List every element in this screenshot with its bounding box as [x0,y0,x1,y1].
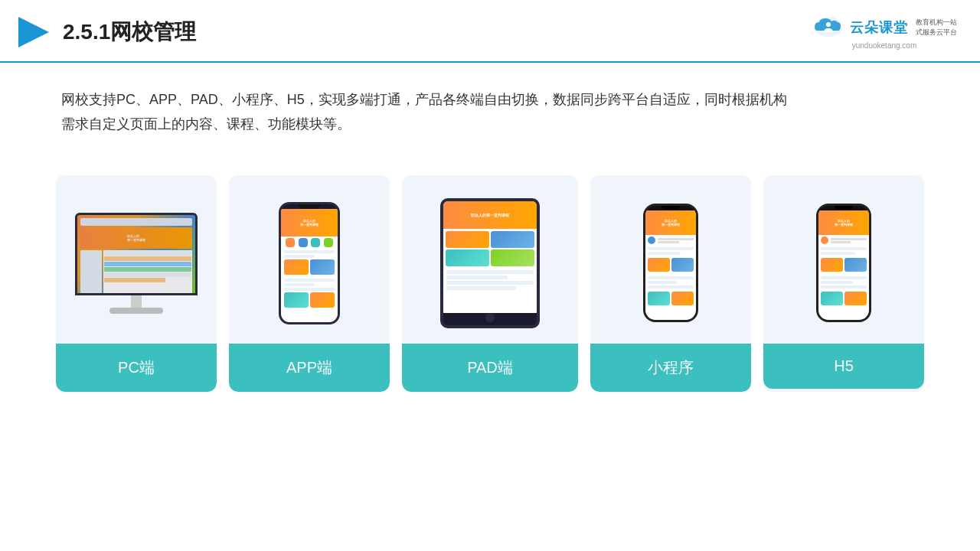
card-image-pad: 职达人的第一堂判课程 [402,175,578,344]
card-app: 职达人的第一堂判课程 [229,175,390,392]
card-miniprogram: 职达人的第一堂判课程 [590,175,751,392]
mini-phone-mockup-1: 职达人的第一堂判课程 [643,204,698,322]
header: 2.5.1网校管理 云朵课堂 教育机构一站 式服务云平台 yunduoketan… [0,0,980,63]
logo-subtitle: 教育机构一站 [916,18,957,28]
card-image-h5: 职达人的第一堂判课程 [763,175,924,344]
logo-text: 云朵课堂 [850,18,908,37]
logo-subtitle2: 式服务云平台 [916,28,957,37]
card-label-pad: PAD端 [402,344,578,392]
card-image-pc: 职达人的第一堂判课程 [56,175,217,344]
card-image-miniprogram: 职达人的第一堂判课程 [590,175,751,344]
phone-notch [299,204,320,209]
monitor-body: 职达人的第一堂判课程 [75,213,198,295]
mini-phone-notch-h5 [835,206,853,210]
logo-area: 云朵课堂 教育机构一站 式服务云平台 yunduoketang.com [812,15,957,50]
card-label-app: APP端 [229,344,390,392]
card-h5: 职达人的第一堂判课程 [763,175,924,392]
mini-phone-screen-h5: 职达人的第一堂判课程 [818,210,869,320]
card-label-pc: PC端 [56,344,217,392]
mini-phone-notch [662,206,680,210]
card-pad: 职达人的第一堂判课程 PAD端 [402,175,578,392]
card-pc: 职达人的第一堂判课程 [56,175,217,392]
mini-phone-screen: 职达人的第一堂判课程 [645,210,696,320]
header-left: 2.5.1网校管理 [15,14,196,51]
card-image-app: 职达人的第一堂判课程 [229,175,390,344]
logo-url: yunduoketang.com [852,41,917,50]
description: 网校支持PC、APP、PAD、小程序、H5，实现多端打通，产品各终端自由切换，数… [0,63,980,145]
page-title: 2.5.1网校管理 [63,18,196,47]
tablet-screen: 职达人的第一堂判课程 [443,201,537,313]
logo-icon [812,15,845,40]
tablet-home-btn [485,313,495,322]
phone-mockup: 职达人的第一堂判课程 [279,202,340,324]
logo-cloud: 云朵课堂 教育机构一站 式服务云平台 [812,15,957,40]
mini-phone-mockup-2: 职达人的第一堂判课程 [816,204,871,322]
svg-point-4 [826,22,831,27]
tablet-mockup: 职达人的第一堂判课程 [440,198,540,328]
pc-mockup: 职达人的第一堂判课程 [75,213,198,314]
monitor-screen: 职达人的第一堂判课程 [77,215,195,293]
monitor-stand [109,308,163,314]
card-label-h5: H5 [763,344,924,389]
cards-container: 职达人的第一堂判课程 [0,152,980,415]
monitor-neck [131,295,142,308]
card-label-miniprogram: 小程序 [590,344,751,392]
phone-screen: 职达人的第一堂判课程 [281,209,338,322]
description-text: 网校支持PC、APP、PAD、小程序、H5，实现多端打通，产品各终端自由切换，数… [61,87,919,112]
svg-marker-0 [18,17,49,47]
play-icon [15,14,52,51]
description-text2: 需求自定义页面上的内容、课程、功能模块等。 [61,112,919,136]
